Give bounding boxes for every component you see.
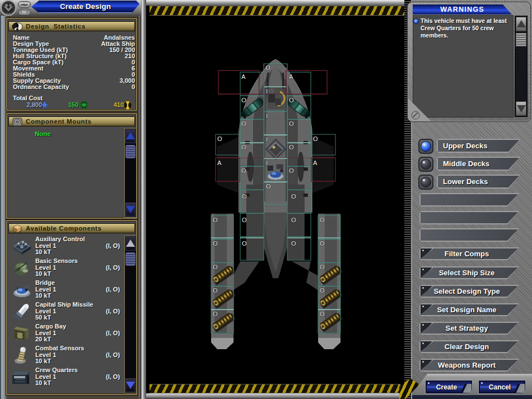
svg-text:O: O <box>242 240 247 247</box>
svg-text:I: I <box>266 159 268 166</box>
svg-text:O: O <box>291 193 296 200</box>
svg-text:O: O <box>291 217 296 223</box>
svg-text:O: O <box>241 97 246 104</box>
svg-text:O: O <box>320 287 325 294</box>
svg-text:A: A <box>289 73 293 80</box>
svg-text:O: O <box>213 240 218 247</box>
svg-text:A: A <box>217 159 222 166</box>
svg-text:O: O <box>289 144 294 151</box>
svg-text:O: O <box>241 144 246 151</box>
svg-text:O: O <box>265 64 270 71</box>
svg-text:O: O <box>266 183 271 190</box>
svg-text:O: O <box>320 240 325 247</box>
svg-text:O: O <box>313 135 318 142</box>
svg-text:O: O <box>289 120 294 127</box>
svg-text:I: I <box>266 88 268 95</box>
svg-text:O: O <box>213 264 218 270</box>
svg-text:O: O <box>291 240 296 247</box>
svg-text:O: O <box>289 97 294 104</box>
svg-text:A: A <box>241 73 246 80</box>
svg-text:O: O <box>241 120 246 127</box>
svg-text:O: O <box>217 135 222 142</box>
svg-text:O: O <box>320 264 325 270</box>
svg-text:O: O <box>241 167 246 174</box>
svg-text:O: O <box>289 167 294 174</box>
svg-text:I: I <box>266 136 268 143</box>
svg-text:A: A <box>313 159 318 166</box>
svg-text:O: O <box>213 217 218 223</box>
svg-text:O: O <box>320 311 325 317</box>
svg-text:O: O <box>213 311 218 317</box>
svg-text:O: O <box>242 193 247 200</box>
svg-text:O: O <box>242 217 247 223</box>
svg-text:O: O <box>320 217 325 223</box>
svg-text:I: I <box>266 112 268 119</box>
svg-text:O: O <box>213 287 218 294</box>
